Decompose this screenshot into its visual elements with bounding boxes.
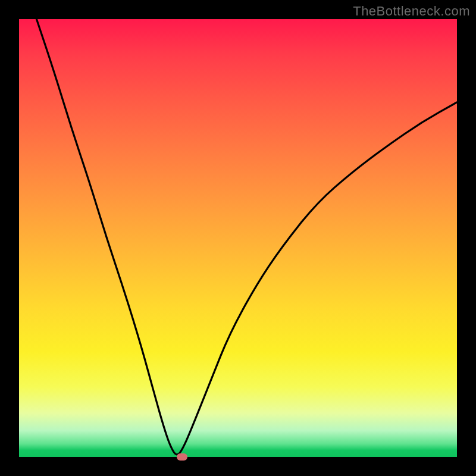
chart-frame: TheBottleneck.com <box>0 0 476 476</box>
curve-layer <box>19 19 457 457</box>
plot-area <box>19 19 457 457</box>
bottleneck-curve <box>36 19 457 455</box>
watermark-text: TheBottleneck.com <box>353 4 470 19</box>
current-point-marker <box>177 453 187 461</box>
